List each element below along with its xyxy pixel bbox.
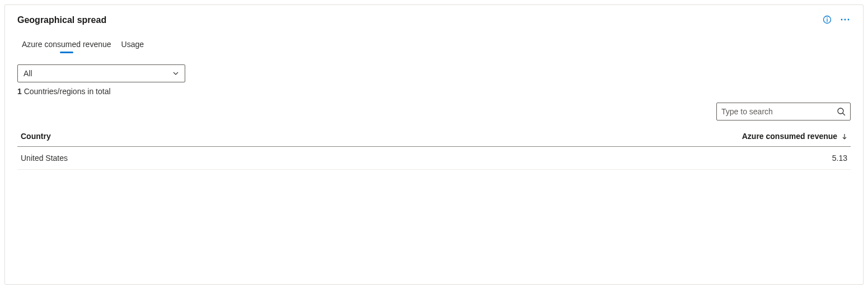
tab-azure-consumed-revenue[interactable]: Azure consumed revenue: [22, 40, 111, 52]
svg-point-4: [844, 19, 846, 21]
card-title: Geographical spread: [17, 15, 106, 25]
svg-point-5: [848, 19, 850, 21]
svg-line-7: [843, 113, 845, 115]
search-row: [17, 103, 851, 120]
cell-revenue: 5.13: [288, 147, 851, 170]
tabs: Azure consumed revenue Usage: [22, 40, 851, 52]
card-header: Geographical spread: [17, 15, 851, 25]
card-header-actions: [823, 15, 851, 24]
country-filter-dropdown[interactable]: All: [17, 64, 185, 82]
chevron-down-icon: [172, 70, 179, 77]
col-header-country[interactable]: Country: [17, 126, 288, 147]
tab-usage[interactable]: Usage: [121, 40, 144, 52]
col-header-revenue[interactable]: Azure consumed revenue: [288, 126, 851, 147]
geo-table: Country Azure consumed revenue United St…: [17, 126, 851, 170]
dropdown-selected-value: All: [24, 69, 32, 78]
svg-point-2: [827, 17, 828, 18]
search-input[interactable]: [721, 107, 833, 116]
country-count-summary: 1 Countries/regions in total: [17, 87, 851, 96]
svg-point-3: [841, 19, 843, 21]
search-icon: [837, 107, 846, 116]
more-actions-button[interactable]: [839, 18, 851, 21]
country-count-label: Countries/regions in total: [24, 87, 111, 96]
country-count-number: 1: [17, 87, 22, 96]
geographical-spread-card: Geographical spread Azure consumed reven…: [4, 4, 864, 285]
svg-point-6: [838, 108, 843, 114]
info-icon[interactable]: [823, 15, 832, 24]
table-row[interactable]: United States 5.13: [17, 147, 851, 170]
cell-country: United States: [17, 147, 288, 170]
search-box[interactable]: [716, 103, 851, 120]
sort-descending-icon: [842, 133, 847, 140]
